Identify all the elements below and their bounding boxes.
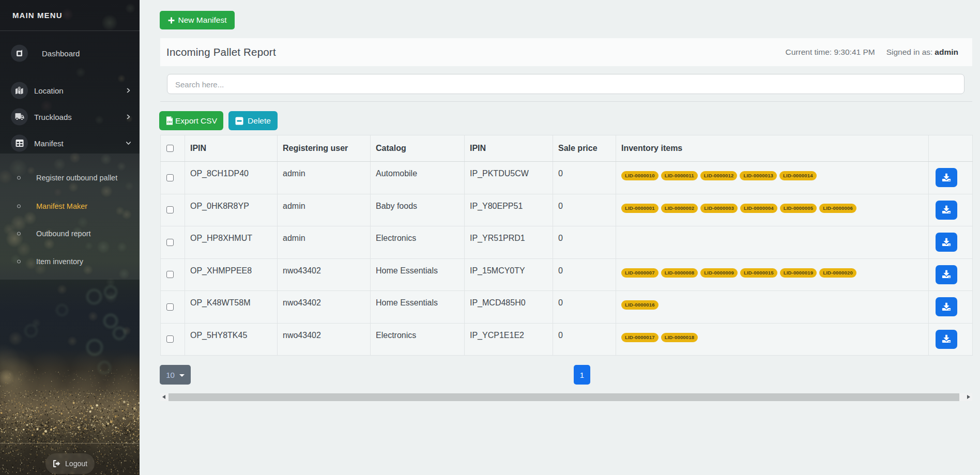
- svg-text:CSV: CSV: [167, 121, 172, 124]
